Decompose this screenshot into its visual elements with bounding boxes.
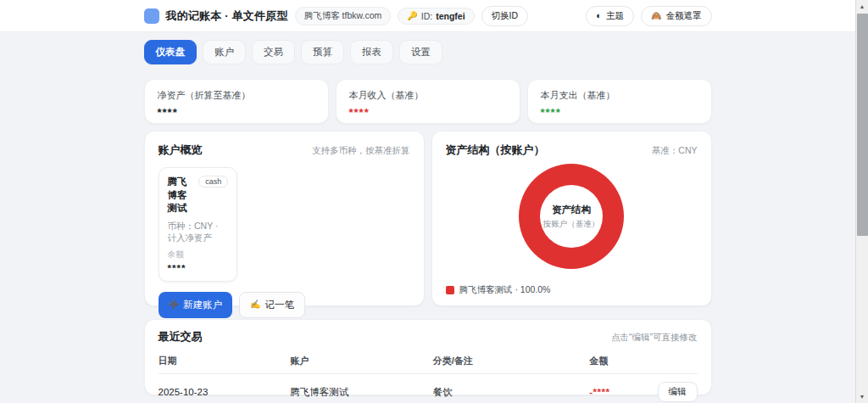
column-header-amount: 金额 (589, 355, 654, 367)
amount-mask-label: 金额遮罩 (666, 10, 702, 22)
tab-dashboard[interactable]: 仪表盘 (144, 40, 198, 64)
accounts-panel-note: 支持多币种，按基准折算 (312, 145, 410, 157)
key-icon: 🔑 (407, 12, 417, 20)
new-account-label: 新建账户 (183, 299, 222, 311)
top-bar: 我的记账本 · 单文件原型 腾飞博客 tfbkw.com 🔑 ID: tengf… (0, 0, 855, 32)
account-name: 腾飞博客测试 (168, 176, 196, 215)
net-worth-label: 净资产（折算至基准） (158, 89, 315, 102)
recent-transactions-panel: 最近交易 点击“编辑”可直接修改 日期 账户 分类/备注 金额 2025-10-… (144, 319, 712, 395)
asset-panel-title: 资产结构（按账户） (446, 143, 545, 158)
account-balance-value: **** (168, 263, 229, 273)
main-content: 仪表盘 账户 交易 预算 报表 设置 净资产（折算至基准） **** 本月收入（… (144, 40, 712, 395)
accounts-actions: ➕ 新建账户 ✍️ 记一笔 (159, 292, 410, 318)
asset-donut-chart: 资产结构 按账户（基准） (519, 164, 624, 269)
user-id-prefix: ID: (421, 11, 432, 21)
site-badge-label: 腾飞博客 tfbkw.com (304, 10, 382, 22)
month-income-label: 本月收入（基准） (349, 89, 507, 102)
add-record-label: 记一笔 (264, 299, 294, 311)
tab-settings[interactable]: 设置 (399, 40, 442, 64)
new-account-button[interactable]: ➕ 新建账户 (159, 292, 232, 318)
scrollbar-down-arrow[interactable]: ▼ (856, 390, 868, 403)
app-page: 我的记账本 · 单文件原型 腾飞博客 tfbkw.com 🔑 ID: tengf… (0, 0, 855, 395)
donut-chart-area: 资产结构 按账户（基准） (446, 164, 698, 269)
donut-center-subtitle: 按账户（基准） (543, 219, 600, 230)
account-currency-line: 币种：CNY · 计入净资产 (168, 220, 229, 244)
month-expense-label: 本月支出（基准） (541, 89, 698, 102)
month-income-card: 本月收入（基准） **** (336, 79, 520, 124)
tab-reports[interactable]: 报表 (350, 40, 393, 64)
chart-legend: 腾飞博客测试 · 100.0% (446, 284, 551, 296)
transaction-amount: -**** (589, 387, 654, 397)
month-expense-card: 本月支出（基准） **** (527, 79, 712, 124)
donut-center-title: 资产结构 (552, 204, 591, 216)
amount-mask-button[interactable]: 🙈 金额遮罩 (641, 6, 711, 26)
legend-color-swatch (446, 286, 454, 294)
column-header-category: 分类/备注 (433, 355, 589, 367)
asset-structure-panel: 资产结构（按账户） 基准：CNY 资产结构 按账户（基准） 腾飞博客测试 · 1… (431, 131, 712, 306)
scrollbar-thumb[interactable] (857, 14, 868, 236)
edit-transaction-button[interactable]: 编辑 (658, 382, 698, 402)
column-header-date: 日期 (159, 355, 291, 367)
account-card-grid: 腾飞博客测试 cash 币种：CNY · 计入净资产 余额 **** (159, 167, 410, 282)
tab-budget[interactable]: 预算 (301, 40, 344, 64)
app-title: 我的记账本 · 单文件原型 (166, 8, 288, 24)
user-id-value: tengfei (436, 11, 465, 21)
vertical-scrollbar[interactable]: ▲ ▼ (855, 0, 868, 403)
net-worth-card: 净资产（折算至基准） **** (144, 79, 329, 124)
user-id-badge: 🔑 ID: tengfei (398, 8, 474, 25)
writing-hand-icon: ✍️ (250, 300, 260, 309)
add-record-button[interactable]: ✍️ 记一笔 (239, 292, 305, 318)
switch-id-label: 切换ID (492, 10, 519, 22)
scrollbar-up-arrow[interactable]: ▲ (856, 0, 868, 13)
transactions-hint: 点击“编辑”可直接修改 (611, 332, 698, 344)
account-balance-label: 余额 (168, 249, 229, 260)
account-card[interactable]: 腾飞博客测试 cash 币种：CNY · 计入净资产 余额 **** (159, 167, 238, 282)
account-type-badge: cash (198, 176, 228, 188)
base-currency-note: 基准：CNY (652, 145, 698, 157)
transaction-account: 腾飞博客测试 (290, 386, 433, 399)
middle-panels: 账户概览 支持多币种，按基准折算 腾飞博客测试 cash 币种：CNY · 计入… (144, 131, 712, 306)
month-income-value: **** (349, 106, 507, 119)
donut-center-text: 资产结构 按账户（基准） (519, 164, 624, 269)
transactions-panel-title: 最近交易 (159, 329, 203, 344)
accounts-overview-panel: 账户概览 支持多币种，按基准折算 腾飞博客测试 cash 币种：CNY · 计入… (144, 131, 425, 306)
tab-accounts[interactable]: 账户 (203, 40, 246, 64)
legend-label: 腾飞博客测试 · 100.0% (459, 284, 551, 296)
transactions-table: 日期 账户 分类/备注 金额 2025-10-23 腾飞博客测试 餐饮 -***… (159, 350, 698, 403)
transaction-category: 餐饮 (433, 386, 589, 399)
table-row: 2025-10-23 腾飞博客测试 餐饮 -**** 编辑 (159, 374, 698, 403)
theme-toggle-button[interactable]: ◐ 主题 (586, 6, 634, 26)
accounts-panel-title: 账户概览 (159, 143, 203, 158)
month-expense-value: **** (541, 106, 698, 119)
nav-tabs: 仪表盘 账户 交易 预算 报表 设置 (144, 40, 712, 64)
tab-transactions[interactable]: 交易 (252, 40, 295, 64)
app-logo-icon (144, 8, 159, 24)
theme-label: 主题 (606, 10, 624, 22)
site-badge: 腾飞博客 tfbkw.com (295, 7, 392, 25)
column-header-account: 账户 (290, 355, 433, 367)
transaction-date: 2025-10-23 (159, 387, 291, 397)
net-worth-value: **** (158, 106, 315, 119)
plus-icon: ➕ (169, 300, 179, 309)
see-no-evil-icon: 🙈 (651, 12, 661, 20)
table-header-row: 日期 账户 分类/备注 金额 (159, 350, 698, 374)
theme-icon: ◐ (596, 11, 602, 20)
switch-id-button[interactable]: 切换ID (481, 6, 529, 26)
summary-cards: 净资产（折算至基准） **** 本月收入（基准） **** 本月支出（基准） *… (144, 79, 712, 124)
